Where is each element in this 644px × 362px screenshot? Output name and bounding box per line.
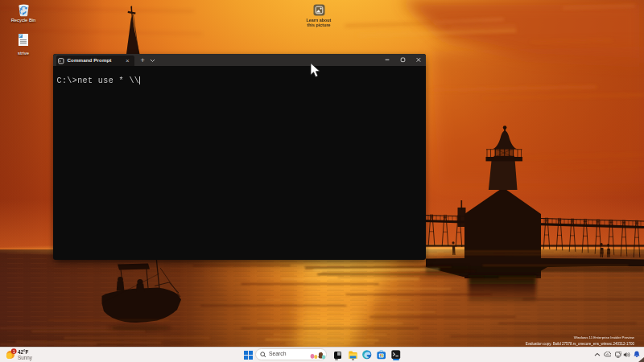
svg-text:1: 1	[13, 349, 15, 354]
